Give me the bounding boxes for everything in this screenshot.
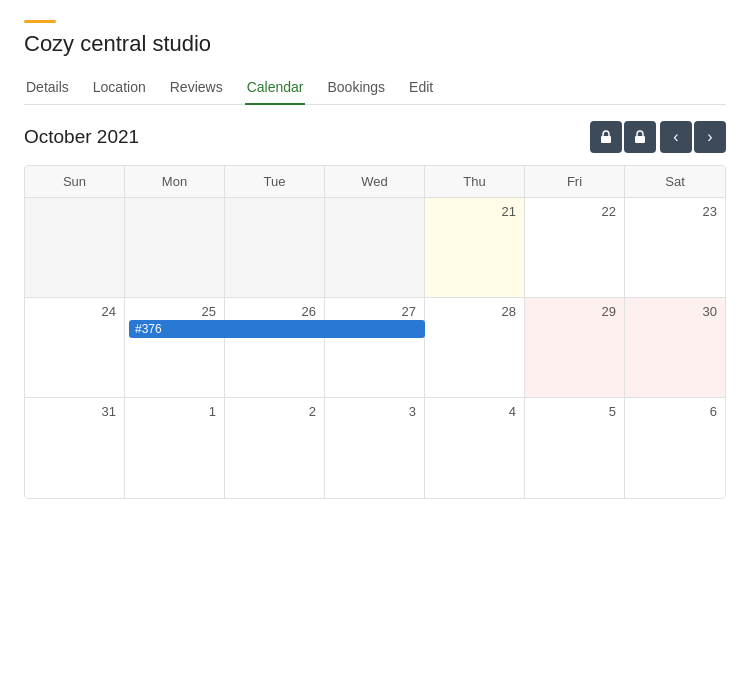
- day-cell-28[interactable]: 28: [425, 298, 525, 398]
- header-sun: Sun: [25, 166, 125, 198]
- day-cell-29[interactable]: 29: [525, 298, 625, 398]
- day-number: 31: [29, 402, 120, 423]
- chevron-right-icon: ›: [707, 128, 712, 146]
- day-cell-nov6[interactable]: 6: [625, 398, 725, 498]
- day-cell[interactable]: [325, 198, 425, 298]
- day-cell-24[interactable]: 24: [25, 298, 125, 398]
- header-fri: Fri: [525, 166, 625, 198]
- header-sat: Sat: [625, 166, 725, 198]
- day-number: 30: [629, 302, 721, 323]
- header-thu: Thu: [425, 166, 525, 198]
- header-mon: Mon: [125, 166, 225, 198]
- day-number: 4: [429, 402, 520, 423]
- chevron-left-icon: ‹: [673, 128, 678, 146]
- day-number: 1: [129, 402, 220, 423]
- day-cell-30[interactable]: 30: [625, 298, 725, 398]
- page-title: Cozy central studio: [24, 31, 726, 57]
- tab-calendar[interactable]: Calendar: [245, 71, 306, 105]
- day-number: 23: [629, 202, 721, 223]
- day-cell-nov3[interactable]: 3: [325, 398, 425, 498]
- tab-location[interactable]: Location: [91, 71, 148, 105]
- tab-edit[interactable]: Edit: [407, 71, 435, 105]
- nav-controls-group: ‹ ›: [660, 121, 726, 153]
- header-wed: Wed: [325, 166, 425, 198]
- svg-rect-0: [601, 136, 611, 143]
- day-cell-nov1[interactable]: 1: [125, 398, 225, 498]
- week-row-1: 21 22 23: [25, 198, 725, 298]
- day-cell-25[interactable]: 25 #376: [125, 298, 225, 398]
- lock-button-2[interactable]: [624, 121, 656, 153]
- lock-button-1[interactable]: [590, 121, 622, 153]
- lock-controls-group: [590, 121, 656, 153]
- day-cell-31[interactable]: 31: [25, 398, 125, 498]
- accent-bar: [24, 20, 56, 23]
- day-cell-nov2[interactable]: 2: [225, 398, 325, 498]
- prev-month-button[interactable]: ‹: [660, 121, 692, 153]
- calendar-wrapper: Sun Mon Tue Wed Thu Fri Sat 21 22 23 24 …: [24, 165, 726, 499]
- tab-details[interactable]: Details: [24, 71, 71, 105]
- day-number: 2: [229, 402, 320, 423]
- lock-icon-2: [633, 130, 647, 144]
- day-number: 3: [329, 402, 420, 423]
- month-title: October 2021: [24, 126, 139, 148]
- tab-bookings[interactable]: Bookings: [325, 71, 387, 105]
- day-cell-27[interactable]: 27: [325, 298, 425, 398]
- calendar: Sun Mon Tue Wed Thu Fri Sat 21 22 23 24 …: [24, 165, 726, 499]
- day-cell-21[interactable]: 21: [425, 198, 525, 298]
- day-cell-22[interactable]: 22: [525, 198, 625, 298]
- day-number: [29, 202, 120, 208]
- next-month-button[interactable]: ›: [694, 121, 726, 153]
- day-number: 6: [629, 402, 721, 423]
- day-number: 29: [529, 302, 620, 323]
- lock-icon-1: [599, 130, 613, 144]
- day-number: [129, 202, 220, 208]
- day-number: 28: [429, 302, 520, 323]
- header-tue: Tue: [225, 166, 325, 198]
- day-number: 5: [529, 402, 620, 423]
- week-row-2: 24 25 #376 26 27 28 29 30: [25, 298, 725, 398]
- day-number: [329, 202, 420, 208]
- svg-rect-1: [635, 136, 645, 143]
- day-cell[interactable]: [225, 198, 325, 298]
- day-headers-row: Sun Mon Tue Wed Thu Fri Sat: [25, 166, 725, 198]
- day-cell-nov4[interactable]: 4: [425, 398, 525, 498]
- calendar-controls: ‹ ›: [590, 121, 726, 153]
- tab-reviews[interactable]: Reviews: [168, 71, 225, 105]
- day-number: 24: [29, 302, 120, 323]
- day-cell-23[interactable]: 23: [625, 198, 725, 298]
- day-cell[interactable]: [25, 198, 125, 298]
- day-number: 22: [529, 202, 620, 223]
- tab-nav: Details Location Reviews Calendar Bookin…: [24, 71, 726, 105]
- day-number: 21: [429, 202, 520, 223]
- booking-bar-376[interactable]: #376: [129, 320, 425, 338]
- day-cell-nov5[interactable]: 5: [525, 398, 625, 498]
- calendar-header: October 2021 ‹ ›: [24, 121, 726, 153]
- day-number: [229, 202, 320, 208]
- day-cell-26[interactable]: 26: [225, 298, 325, 398]
- day-cell[interactable]: [125, 198, 225, 298]
- week-row-3: 31 1 2 3 4 5 6: [25, 398, 725, 498]
